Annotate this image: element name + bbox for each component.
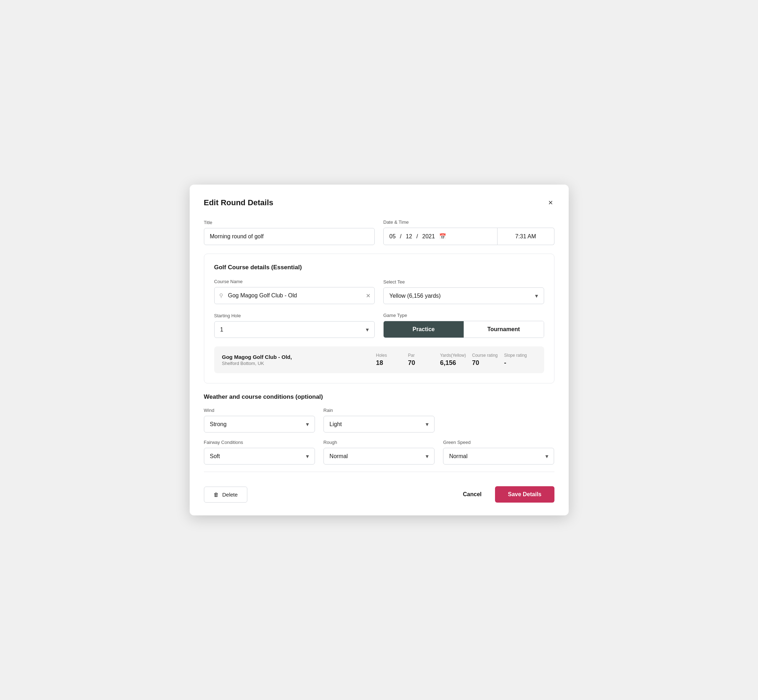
slope-rating-stat: Slope rating - (504, 353, 536, 367)
fairway-select-wrap: DryNormalSoftWet ▼ (204, 448, 315, 464)
edit-round-modal: Edit Round Details × Title Date & Time 0… (190, 184, 568, 516)
datetime-label: Date & Time (383, 219, 554, 225)
wind-form-group: Wind CalmLightModerate StrongVery Strong… (204, 408, 315, 433)
footer-divider (204, 472, 554, 472)
yards-stat: Yards(Yellow) 6,156 (440, 353, 472, 367)
rain-label: Rain (324, 408, 434, 413)
date-box[interactable]: 05 / 12 / 2021 📅 (383, 228, 498, 245)
starting-hole-dropdown[interactable]: 1 2345 678910 (214, 321, 375, 338)
game-type-label: Game Type (383, 312, 544, 318)
par-stat: Par 70 (408, 353, 440, 367)
golf-course-section: Golf Course details (Essential) Course N… (204, 254, 554, 383)
slope-rating-label: Slope rating (504, 353, 527, 358)
yards-value: 6,156 (440, 359, 456, 367)
select-tee-group: Select Tee White Yellow (6,156 yards) Re… (383, 279, 544, 304)
close-button[interactable]: × (547, 197, 554, 208)
course-search-wrap: ⚲ ✕ (214, 287, 375, 304)
course-info-location: Shelford Bottom, UK (222, 361, 376, 366)
search-icon: ⚲ (219, 292, 223, 299)
date-day: 12 (406, 233, 412, 240)
wind-dropdown[interactable]: CalmLightModerate StrongVery Strong (204, 416, 315, 433)
green-speed-select-wrap: SlowNormalFastVery Fast ▼ (443, 448, 554, 464)
fairway-label: Fairway Conditions (204, 440, 315, 445)
date-sep2: / (417, 233, 418, 240)
save-button[interactable]: Save Details (495, 486, 554, 503)
date-month: 05 (389, 233, 396, 240)
game-type-toggle: Practice Tournament (383, 321, 544, 338)
rough-group: Rough ShortNormalLong ▼ (324, 440, 434, 464)
time-value: 7:31 AM (515, 233, 536, 240)
holes-label: Holes (376, 353, 387, 358)
golf-course-title: Golf Course details (Essential) (214, 264, 544, 271)
course-info-name-group: Gog Magog Golf Club - Old, Shelford Bott… (222, 354, 376, 366)
hole-gametype-row: Starting Hole 1 2345 678910 ▼ Game Type … (214, 312, 544, 338)
course-info-box: Gog Magog Golf Club - Old, Shelford Bott… (214, 347, 544, 373)
date-sep1: / (400, 233, 401, 240)
starting-hole-wrap: 1 2345 678910 ▼ (214, 321, 375, 338)
title-group: Title (204, 220, 375, 245)
delete-button[interactable]: 🗑 Delete (204, 487, 247, 503)
title-label: Title (204, 220, 375, 225)
course-rating-value: 70 (472, 359, 479, 367)
fairway-form-group: Fairway Conditions DryNormalSoftWet ▼ (204, 440, 315, 464)
wind-label: Wind (204, 408, 315, 413)
course-rating-stat: Course rating 70 (472, 353, 504, 367)
delete-label: Delete (222, 492, 238, 498)
course-info-name: Gog Magog Golf Club - Old, (222, 354, 376, 360)
rough-dropdown[interactable]: ShortNormalLong (324, 448, 434, 464)
wind-select-wrap: CalmLightModerate StrongVery Strong ▼ (204, 416, 315, 433)
rain-dropdown[interactable]: NoneLightModerateHeavy (324, 416, 434, 433)
course-search-input[interactable] (214, 287, 375, 304)
tournament-button[interactable]: Tournament (464, 321, 544, 338)
weather-section-title: Weather and course conditions (optional) (204, 394, 554, 400)
holes-value: 18 (376, 359, 383, 367)
wind-group: Wind CalmLightModerate StrongVery Strong… (204, 408, 315, 433)
starting-hole-group: Starting Hole 1 2345 678910 ▼ (214, 313, 375, 338)
rain-group: Rain NoneLightModerateHeavy ▼ (324, 408, 434, 433)
course-clear-button[interactable]: ✕ (366, 292, 370, 299)
footer-row: 🗑 Delete Cancel Save Details (204, 481, 554, 503)
green-speed-label: Green Speed (443, 440, 554, 445)
rain-form-group: Rain NoneLightModerateHeavy ▼ (324, 408, 434, 433)
holes-stat: Holes 18 (376, 353, 408, 367)
wind-rain-row: Wind CalmLightModerate StrongVery Strong… (204, 408, 554, 433)
weather-section: Weather and course conditions (optional)… (204, 394, 554, 464)
cancel-button[interactable]: Cancel (459, 487, 485, 502)
green-speed-form-group: Green Speed SlowNormalFastVery Fast ▼ (443, 440, 554, 464)
trash-icon: 🗑 (213, 492, 219, 498)
yards-label: Yards(Yellow) (440, 353, 466, 358)
course-name-group: Course Name ⚲ ✕ (214, 279, 375, 304)
par-value: 70 (408, 359, 415, 367)
green-speed-dropdown[interactable]: SlowNormalFastVery Fast (443, 448, 554, 464)
rough-form-group: Rough ShortNormalLong ▼ (324, 440, 434, 464)
calendar-icon: 📅 (439, 233, 446, 240)
time-box[interactable]: 7:31 AM (498, 228, 554, 245)
select-tee-label: Select Tee (383, 279, 544, 284)
rough-select-wrap: ShortNormalLong ▼ (324, 448, 434, 464)
select-tee-wrap: White Yellow (6,156 yards) Red Blue ▼ (383, 288, 544, 304)
modal-title: Edit Round Details (204, 198, 274, 207)
fairway-group: Fairway Conditions DryNormalSoftWet ▼ (204, 440, 315, 464)
rain-select-wrap: NoneLightModerateHeavy ▼ (324, 416, 434, 433)
par-label: Par (408, 353, 415, 358)
title-input[interactable] (204, 228, 375, 245)
select-tee-dropdown[interactable]: White Yellow (6,156 yards) Red Blue (383, 288, 544, 304)
rough-label: Rough (324, 440, 434, 445)
title-datetime-row: Title Date & Time 05 / 12 / 2021 📅 7:31 … (204, 219, 554, 245)
green-speed-group: Green Speed SlowNormalFastVery Fast ▼ (443, 440, 554, 464)
fairway-rough-green-row: Fairway Conditions DryNormalSoftWet ▼ Ro… (204, 440, 554, 464)
starting-hole-label: Starting Hole (214, 313, 375, 318)
practice-button[interactable]: Practice (384, 321, 464, 338)
datetime-group: Date & Time 05 / 12 / 2021 📅 7:31 AM (383, 219, 554, 245)
course-rating-label: Course rating (472, 353, 498, 358)
course-name-label: Course Name (214, 279, 375, 284)
fairway-dropdown[interactable]: DryNormalSoftWet (204, 448, 315, 464)
footer-right: Cancel Save Details (459, 486, 554, 503)
slope-rating-value: - (504, 359, 506, 367)
date-time-group: 05 / 12 / 2021 📅 7:31 AM (383, 228, 554, 245)
modal-header: Edit Round Details × (204, 197, 554, 208)
date-year: 2021 (423, 233, 435, 240)
course-tee-row: Course Name ⚲ ✕ Select Tee White Yellow … (214, 279, 544, 304)
game-type-group: Game Type Practice Tournament (383, 312, 544, 338)
